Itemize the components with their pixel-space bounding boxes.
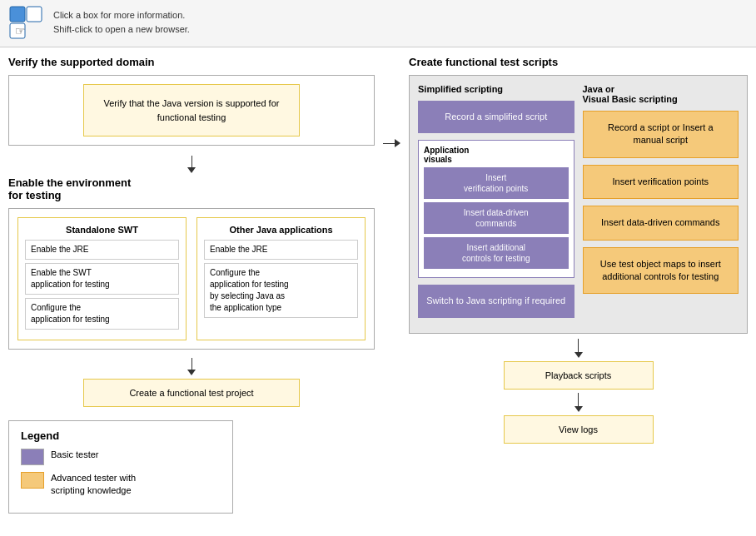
legend: Legend Basic tester Advanced tester with…	[8, 420, 233, 514]
legend-text-basic: Basic tester	[51, 449, 98, 461]
standalone-swt-box: Standalone SWT Enable the JRE Enable the…	[17, 217, 187, 340]
insert-vp-simplified[interactable]: Insertverification points	[424, 167, 569, 199]
legend-color-advanced	[21, 472, 44, 489]
java-col-title: Java or Visual Basic scripting	[583, 84, 739, 104]
verify-domain-section: Verify that the Java version is supporte…	[8, 75, 375, 146]
app-visuals-box: Applicationvisuals Insertverification po…	[418, 140, 574, 278]
view-logs-box[interactable]: View logs	[504, 415, 654, 444]
app-visuals-label: Applicationvisuals	[424, 146, 569, 164]
create-scripts-title: Create functional test scripts	[409, 56, 748, 68]
standalone-item-2[interactable]: Enable the SWTapplication for testing	[25, 263, 179, 295]
record-simplified-box[interactable]: Record a simplified script	[418, 101, 574, 133]
legend-text-advanced: Advanced tester withscripting knowledge	[51, 472, 136, 498]
main-content: Verify the supported domain Verify that …	[0, 47, 756, 522]
playback-scripts-box[interactable]: Playback scripts	[504, 361, 654, 390]
top-bar-info: Click a box for more information. Shift-…	[53, 8, 190, 36]
insert-ddc-simplified[interactable]: Insert data-drivencommands	[424, 202, 569, 234]
other-java-item-1[interactable]: Enable the JRE	[204, 240, 358, 260]
insert-ddc-java[interactable]: Insert data-driven commands	[583, 206, 739, 240]
other-java-box: Other Java applications Enable the JRE C…	[196, 217, 366, 340]
insert-vp-java[interactable]: Insert verification points	[583, 165, 739, 199]
svg-rect-1	[27, 7, 42, 22]
verify-section-title: Verify the supported domain	[8, 56, 375, 68]
top-bar: ☞ Click a box for more information. Shif…	[0, 0, 756, 47]
other-java-item-2[interactable]: Configure theapplication for testingby s…	[204, 263, 358, 318]
enable-env-title: Enable the environment for testing	[8, 176, 375, 201]
standalone-item-1[interactable]: Enable the JRE	[25, 240, 179, 260]
standalone-item-3[interactable]: Configure theapplication for testing	[25, 298, 179, 330]
standalone-swt-title: Standalone SWT	[25, 225, 179, 235]
right-panel: Create functional test scripts Simplifie…	[409, 56, 748, 514]
connector-arrow	[383, 56, 400, 514]
record-java-box[interactable]: Record a script or Insert a manual scrip…	[583, 111, 739, 158]
legend-item-basic: Basic tester	[21, 449, 221, 465]
left-panel: Verify the supported domain Verify that …	[8, 56, 375, 514]
svg-text:☞: ☞	[15, 24, 26, 37]
simplified-scripting-col: Simplified scripting Record a simplified…	[418, 84, 574, 325]
create-project-box[interactable]: Create a functional test project	[83, 379, 300, 407]
svg-rect-0	[10, 7, 25, 22]
simplified-col-title: Simplified scripting	[418, 84, 574, 94]
legend-color-basic	[21, 449, 44, 465]
insert-controls-java[interactable]: Use test object maps to insert additiona…	[583, 247, 739, 295]
scripts-outer-box: Simplified scripting Record a simplified…	[409, 75, 748, 334]
java-vb-col: Java or Visual Basic scripting Record a …	[583, 84, 739, 325]
app-icon: ☞	[8, 5, 45, 42]
legend-title: Legend	[21, 429, 221, 442]
other-java-title: Other Java applications	[204, 225, 358, 235]
switch-java-box[interactable]: Switch to Java scripting if required	[418, 285, 574, 317]
insert-controls-simplified[interactable]: Insert additionalcontrols for testing	[424, 237, 569, 269]
verify-domain-box[interactable]: Verify that the Java version is supporte…	[83, 84, 300, 136]
bottom-right: Playback scripts View logs	[409, 339, 748, 444]
legend-item-advanced: Advanced tester withscripting knowledge	[21, 472, 221, 498]
enable-env-box: Standalone SWT Enable the JRE Enable the…	[8, 208, 375, 350]
